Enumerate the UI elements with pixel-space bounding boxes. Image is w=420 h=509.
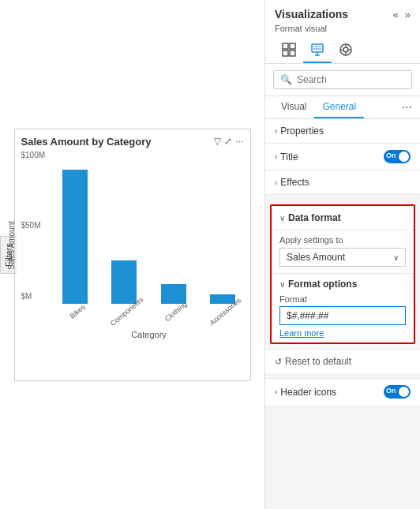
panel-content: › Properties › Title On › Effects	[265, 119, 420, 509]
chart-title-row: Sales Amount by Category ▽ ⤢ ···	[21, 136, 244, 148]
format-options-label: Format options	[288, 279, 357, 290]
more-icon[interactable]: ···	[235, 136, 243, 147]
search-section: 🔍	[265, 64, 420, 96]
panel-title: Visualizations	[275, 8, 348, 21]
grid-format-button[interactable]	[275, 38, 303, 63]
data-format-section: ∨ Data format Apply settings to Sales Am…	[270, 204, 415, 344]
svg-rect-3	[290, 51, 295, 56]
effects-label: Effects	[280, 177, 309, 188]
bar-group-clothing: Clothing	[153, 284, 195, 316]
format-options-area: ∨ Format options Format Learn more	[272, 274, 414, 342]
tab-visual[interactable]: Visual	[273, 96, 314, 118]
bars-container: Bikes Components Clothing Accessories	[54, 151, 244, 316]
paint-format-button[interactable]	[303, 38, 332, 63]
bar-bikes	[62, 170, 88, 304]
reset-label: Reset to default	[285, 356, 351, 367]
apply-settings-label: Apply settings to	[279, 235, 406, 245]
header-icons-section: › Header icons On	[265, 378, 420, 405]
format-visual-label: Format visual	[275, 24, 411, 33]
panel-top-icons: « »	[393, 9, 411, 21]
data-format-header[interactable]: ∨ Data format	[272, 206, 414, 230]
bar-group-accessories: Accessories	[202, 294, 244, 316]
chevron-down-formatoptions: ∨	[279, 280, 285, 289]
chevron-right-properties: ›	[275, 127, 277, 136]
bar-components	[111, 260, 137, 304]
tab-items: Visual General	[273, 96, 364, 118]
learn-more-link[interactable]: Learn more	[279, 328, 406, 338]
spacer-1	[265, 195, 420, 200]
chevron-right-headericons: ›	[275, 387, 277, 396]
section-effects[interactable]: › Effects	[265, 170, 420, 195]
chevron-down-dataformat: ∨	[279, 214, 285, 223]
grid-icon	[282, 43, 296, 57]
y-axis: $100M $50M $M	[21, 151, 51, 301]
apply-settings-value: Sales Amount	[287, 252, 345, 263]
x-axis-label: Category	[54, 328, 244, 340]
format-options-header[interactable]: ∨ Format options	[279, 279, 406, 290]
collapse-panel-icon[interactable]: «	[393, 9, 399, 21]
svg-rect-0	[283, 43, 288, 49]
title-toggle-on-label: On	[386, 152, 396, 159]
chart-area: Format visual Filters Sales Amount by Ca…	[0, 0, 264, 509]
header-icons-toggle-knob	[399, 387, 409, 397]
search-icon: 🔍	[280, 74, 292, 85]
header-icons-toggle-on-label: On	[386, 387, 396, 395]
reset-icon: ↺	[275, 357, 282, 367]
title-toggle-knob	[399, 152, 409, 162]
bar-group-components: Components	[103, 260, 145, 316]
svg-point-10	[343, 47, 348, 52]
header-icons-toggle[interactable]: On	[384, 385, 411, 399]
analytics-format-button[interactable]	[332, 38, 360, 63]
tab-more-icon[interactable]: ···	[402, 100, 412, 114]
data-format-label: Data format	[288, 212, 341, 223]
properties-label: Properties	[280, 125, 324, 137]
format-input[interactable]	[279, 306, 406, 325]
svg-rect-1	[290, 43, 295, 49]
y-axis-label: Sales Amount	[7, 151, 16, 340]
panel-top-row: Visualizations « »	[275, 8, 411, 21]
svg-rect-4	[312, 44, 323, 52]
svg-rect-2	[283, 51, 288, 56]
analytics-icon	[339, 43, 353, 57]
tab-general[interactable]: General	[314, 96, 364, 118]
title-toggle[interactable]: On	[384, 150, 411, 163]
apply-settings-area: Apply settings to Sales Amount ∨	[272, 230, 414, 274]
y-tick-50m: $50M	[21, 221, 51, 230]
header-icons-label: Header icons	[280, 387, 336, 398]
chevron-right-title: ›	[275, 152, 277, 161]
bar-group-bikes: Bikes	[54, 170, 96, 316]
panel-header: Visualizations « » Format visual	[265, 0, 420, 64]
apply-settings-dropdown[interactable]: Sales Amount ∨	[279, 248, 406, 267]
section-title[interactable]: › Title On	[265, 144, 420, 170]
section-properties[interactable]: › Properties	[265, 119, 420, 144]
title-label: Title	[280, 152, 298, 163]
search-input[interactable]	[297, 74, 405, 85]
format-label: Format	[279, 294, 406, 304]
chevron-right-effects: ›	[275, 178, 277, 187]
y-tick-0m: $M	[21, 292, 51, 301]
chart-container: Sales Amount by Category ▽ ⤢ ··· $100M $…	[14, 129, 251, 381]
format-icons-row	[275, 38, 411, 63]
tabs-row: Visual General ···	[265, 96, 420, 119]
paint-icon	[310, 43, 324, 57]
reset-row[interactable]: ↺ Reset to default	[265, 349, 420, 373]
chart-title-icons: ▽ ⤢ ···	[214, 136, 243, 147]
dropdown-chevron-icon: ∨	[393, 253, 399, 262]
chart-title: Sales Amount by Category	[21, 136, 152, 148]
filter-icon[interactable]: ▽	[214, 136, 221, 147]
expand-panel-icon[interactable]: »	[405, 9, 411, 21]
search-bar[interactable]: 🔍	[273, 70, 412, 89]
expand-icon[interactable]: ⤢	[224, 136, 232, 147]
y-tick-100m: $100M	[21, 151, 51, 159]
right-panel: Visualizations « » Format visual	[264, 0, 420, 509]
bar-label-bikes: Bikes	[68, 302, 86, 320]
